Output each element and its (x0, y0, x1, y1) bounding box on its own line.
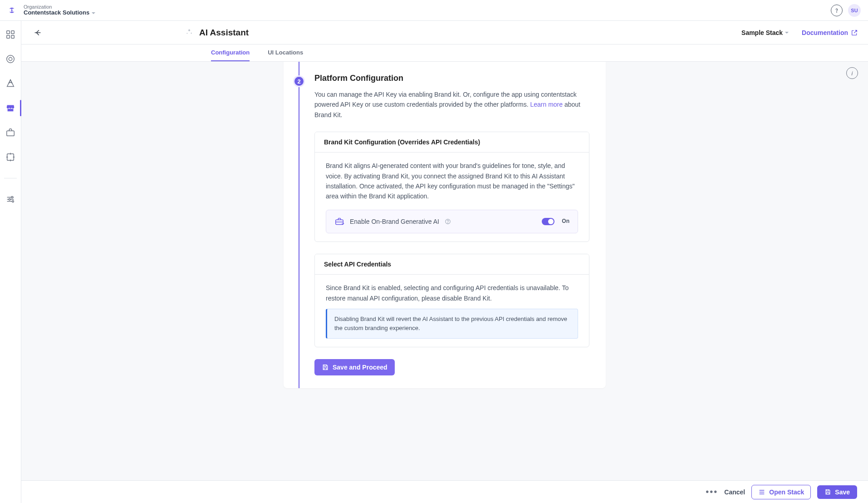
sidebar-item-settings[interactable] (5, 194, 16, 205)
section-title: Platform Configuration (314, 74, 589, 83)
help-tooltip-icon[interactable] (445, 218, 451, 225)
save-and-proceed-label: Save and Proceed (333, 364, 387, 371)
svg-rect-7 (7, 131, 15, 136)
sidebar-item-marketplace[interactable] (5, 103, 16, 113)
info-panel-toggle[interactable]: i (846, 67, 858, 79)
svg-point-10 (9, 198, 10, 200)
sidebar (0, 21, 21, 503)
chevron-down-icon (785, 30, 789, 35)
tabs: Configuration UI Locations (21, 44, 868, 62)
chevron-down-icon (91, 11, 96, 15)
svg-rect-2 (11, 31, 14, 34)
api-credentials-description: Since Brand Kit is enabled, selecting an… (326, 283, 578, 303)
footer: ••• Cancel Open Stack Save (21, 480, 868, 503)
step-rail (299, 62, 299, 388)
help-icon[interactable] (831, 5, 843, 16)
tab-configuration[interactable]: Configuration (211, 49, 250, 61)
brandkit-toggle-box: Enable On-Brand Generative AI On (326, 210, 578, 233)
sidebar-item-automation[interactable] (5, 78, 16, 89)
section-description: You can manage the API Key via enabling … (314, 89, 589, 120)
api-credentials-panel: Select API Credentials Since Brand Kit i… (314, 254, 589, 347)
svg-rect-4 (11, 35, 14, 38)
open-stack-label: Open Stack (769, 488, 804, 496)
documentation-link-label: Documentation (802, 29, 848, 36)
svg-rect-1 (7, 31, 10, 34)
sidebar-item-extensions[interactable] (5, 152, 16, 163)
learn-more-link[interactable]: Learn more (530, 101, 563, 108)
step-badge: 2 (293, 75, 305, 87)
svg-rect-3 (7, 35, 10, 38)
page-title: AI Assistant (199, 28, 249, 38)
brandkit-toggle-label: Enable On-Brand Generative AI (350, 217, 439, 227)
svg-rect-8 (7, 154, 14, 161)
svg-point-11 (12, 201, 14, 202)
stack-icon (758, 488, 765, 496)
more-actions-button[interactable]: ••• (706, 487, 718, 497)
svg-point-5 (7, 55, 15, 63)
svg-point-6 (9, 57, 12, 60)
briefcase-icon (334, 217, 344, 227)
open-stack-button[interactable]: Open Stack (751, 485, 811, 499)
save-and-proceed-button[interactable]: Save and Proceed (314, 359, 395, 375)
sparkle-icon (186, 28, 195, 37)
save-icon (322, 364, 329, 371)
sidebar-item-target[interactable] (5, 54, 16, 64)
svg-point-0 (837, 12, 837, 12)
org-selector[interactable]: Organization Contentstack Solutions (24, 4, 96, 16)
brand-logo-icon (7, 6, 16, 15)
brandkit-panel-title: Brand Kit Configuration (Overrides API C… (315, 132, 589, 153)
stack-name: Sample Stack (741, 29, 783, 36)
documentation-link[interactable]: Documentation (802, 29, 858, 36)
save-button-label: Save (835, 488, 850, 496)
content-scroll[interactable]: i 2 Platform Configuration You can manag… (21, 62, 868, 480)
brandkit-toggle-state: On (562, 217, 569, 226)
stack-selector[interactable]: Sample Stack (741, 29, 789, 36)
external-link-icon (851, 29, 858, 36)
brandkit-toggle-switch[interactable] (542, 218, 554, 225)
save-icon (824, 488, 831, 495)
svg-point-9 (11, 197, 13, 198)
sidebar-item-tools[interactable] (5, 127, 16, 138)
brandkit-panel-description: Brand Kit aligns AI-generated content wi… (326, 161, 578, 202)
back-button[interactable] (31, 26, 44, 39)
api-credentials-info: Disabling Brand Kit will revert the AI A… (326, 309, 578, 339)
config-card: 2 Platform Configuration You can manage … (284, 62, 606, 388)
cancel-button[interactable]: Cancel (724, 488, 745, 496)
org-name: Contentstack Solutions (24, 10, 89, 16)
api-credentials-title: Select API Credentials (315, 254, 589, 275)
tab-ui-locations[interactable]: UI Locations (268, 49, 303, 61)
save-button[interactable]: Save (817, 485, 857, 499)
subheader: AI Assistant Sample Stack Documentation (21, 21, 868, 44)
brandkit-panel: Brand Kit Configuration (Overrides API C… (314, 132, 589, 242)
sidebar-item-dashboard[interactable] (5, 29, 16, 40)
sidebar-divider (4, 178, 17, 178)
svg-point-14 (447, 222, 448, 223)
user-avatar[interactable]: SU (848, 4, 861, 17)
topbar: Organization Contentstack Solutions SU (0, 0, 868, 21)
